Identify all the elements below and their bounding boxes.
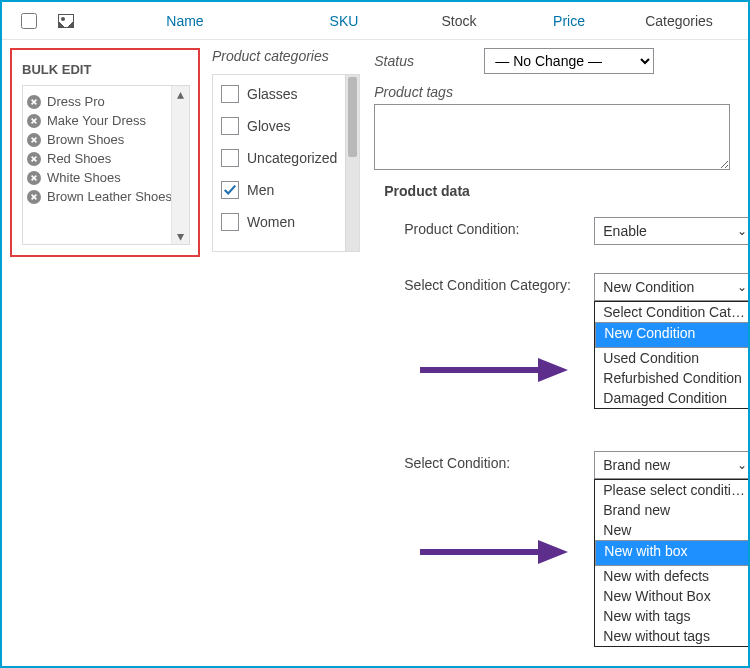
listbox-option[interactable]: Used Condition <box>595 348 750 368</box>
bulk-item: White Shoes <box>27 168 167 187</box>
bulk-item-list: Dress ProMake Your DressBrown ShoesRed S… <box>22 85 190 245</box>
category-label: Glasses <box>247 86 298 102</box>
category-checkbox[interactable] <box>221 213 239 231</box>
listbox-option[interactable]: New with tags <box>595 606 750 626</box>
listbox-option[interactable]: Refurbished Condition <box>595 368 750 388</box>
listbox-option[interactable]: Please select condition <box>595 480 750 500</box>
bulk-edit-row: BULK EDIT Dress ProMake Your DressBrown … <box>2 40 748 511</box>
bulk-item-label: Make Your Dress <box>47 113 146 128</box>
bulk-item-label: Brown Leather Shoes <box>47 189 171 204</box>
svg-marker-15 <box>538 540 568 564</box>
category-item[interactable]: Glasses <box>221 85 337 103</box>
bulk-item-label: Red Shoes <box>47 151 111 166</box>
col-name[interactable]: Name <box>86 13 284 29</box>
remove-icon[interactable] <box>27 171 41 185</box>
scroll-down-icon: ▾ <box>172 228 189 244</box>
listbox-option[interactable]: Brand new <box>595 500 750 520</box>
product-condition-value: Enable <box>603 223 647 239</box>
app-frame: Name SKU Stock Price Categories BULK EDI… <box>0 0 750 668</box>
listbox-option[interactable]: New without tags <box>595 626 750 646</box>
scroll-up-icon: ▴ <box>172 86 189 102</box>
status-select[interactable]: — No Change — <box>484 48 654 74</box>
tags-label: Product tags <box>374 84 750 100</box>
category-label: Uncategorized <box>247 150 337 166</box>
select-condition-value: Brand new <box>603 457 670 473</box>
listbox-option[interactable]: Select Condition Categ <box>595 302 750 322</box>
category-item[interactable]: Men <box>221 181 337 199</box>
col-sku[interactable]: SKU <box>284 13 404 29</box>
category-checkbox[interactable] <box>221 117 239 135</box>
category-label: Women <box>247 214 295 230</box>
col-stock: Stock <box>404 13 514 29</box>
bulk-fields: Status — No Change — Product tags Produc… <box>370 48 750 503</box>
remove-icon[interactable] <box>27 190 41 204</box>
condition-category-value: New Condition <box>603 279 694 295</box>
listbox-option[interactable]: New Condition <box>595 322 750 348</box>
condition-category-label: Select Condition Category: <box>404 273 594 293</box>
remove-icon[interactable] <box>27 95 41 109</box>
category-checkbox[interactable] <box>221 85 239 103</box>
chevron-down-icon: ⌄ <box>737 458 747 472</box>
image-column-header[interactable] <box>46 14 86 28</box>
image-icon <box>58 14 74 28</box>
listbox-option[interactable]: New Without Box <box>595 586 750 606</box>
bulk-edit-title: BULK EDIT <box>22 62 190 77</box>
categories-panel: Product categories GlassesGlovesUncatego… <box>212 48 360 252</box>
categories-title: Product categories <box>212 48 360 64</box>
remove-icon[interactable] <box>27 152 41 166</box>
category-item[interactable]: Uncategorized <box>221 149 337 167</box>
bulk-item: Brown Leather Shoes <box>27 187 167 206</box>
select-condition-label: Select Condition: <box>404 451 594 471</box>
chevron-down-icon: ⌄ <box>737 280 747 294</box>
category-label: Men <box>247 182 274 198</box>
listbox-option[interactable]: New <box>595 520 750 540</box>
remove-icon[interactable] <box>27 133 41 147</box>
bulk-item-label: Dress Pro <box>47 94 105 109</box>
bulk-item-label: Brown Shoes <box>47 132 124 147</box>
category-label: Gloves <box>247 118 291 134</box>
bulk-item: Make Your Dress <box>27 111 167 130</box>
product-data-header: Product data <box>384 183 750 199</box>
listbox-option[interactable]: New with defects <box>595 566 750 586</box>
bulk-item: Brown Shoes <box>27 130 167 149</box>
category-item[interactable]: Gloves <box>221 117 337 135</box>
scrollbar-thumb[interactable] <box>348 77 357 157</box>
annotation-arrow-icon <box>420 538 570 566</box>
select-all-checkbox[interactable] <box>21 13 37 29</box>
tags-textarea[interactable] <box>374 104 730 170</box>
bulk-item: Dress Pro <box>27 92 167 111</box>
bulk-scrollbar[interactable]: ▴ ▾ <box>171 86 189 244</box>
condition-category-listbox[interactable]: Select Condition CategNew ConditionUsed … <box>594 301 750 409</box>
product-condition-label: Product Condition: <box>404 217 594 237</box>
col-categories: Categories <box>624 13 734 29</box>
category-checkbox[interactable] <box>221 149 239 167</box>
product-condition-select[interactable]: Enable ⌄ <box>594 217 750 245</box>
bulk-edit-panel: BULK EDIT Dress ProMake Your DressBrown … <box>10 48 200 257</box>
condition-category-select[interactable]: New Condition ⌄ <box>594 273 750 301</box>
bulk-item: Red Shoes <box>27 149 167 168</box>
listbox-option[interactable]: New with box <box>595 540 750 566</box>
remove-icon[interactable] <box>27 114 41 128</box>
table-header: Name SKU Stock Price Categories <box>2 2 748 40</box>
listbox-option[interactable]: Damaged Condition <box>595 388 750 408</box>
select-condition-select[interactable]: Brand new ⌄ <box>594 451 750 479</box>
bulk-item-label: White Shoes <box>47 170 121 185</box>
col-price[interactable]: Price <box>514 13 624 29</box>
category-item[interactable]: Women <box>221 213 337 231</box>
categories-scrollbar[interactable] <box>345 75 359 251</box>
chevron-down-icon: ⌄ <box>737 224 747 238</box>
category-checkbox[interactable] <box>221 181 239 199</box>
select-condition-listbox[interactable]: Please select conditionBrand newNewNew w… <box>594 479 750 647</box>
status-label: Status <box>374 53 484 69</box>
